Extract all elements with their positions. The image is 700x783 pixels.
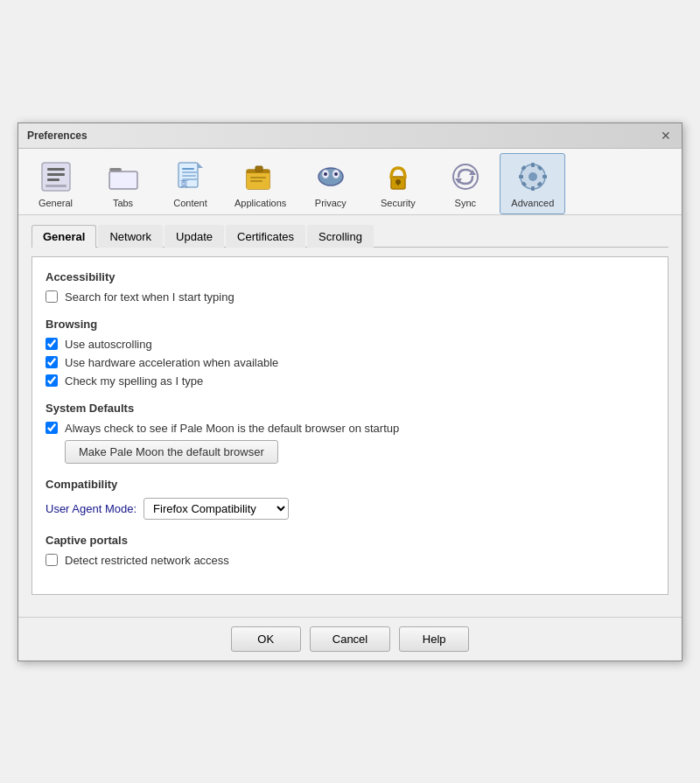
toolbar-label-security: Security — [381, 198, 416, 208]
toolbar-label-content: Content — [173, 198, 207, 208]
svg-rect-3 — [47, 178, 60, 181]
preferences-window: Preferences ✕ General — [18, 122, 682, 661]
content-icon: 页 — [173, 159, 208, 194]
search-text-label[interactable]: Search for text when I start typing — [65, 290, 234, 304]
compatibility-section: Compatibility User Agent Mode: Firefox C… — [46, 478, 654, 520]
captive-portals-title: Captive portals — [46, 534, 654, 547]
hardware-accel-checkbox[interactable] — [46, 356, 58, 368]
svg-point-25 — [334, 172, 338, 176]
browsing-section: Browsing Use autoscrolling Use hardware … — [46, 318, 654, 388]
svg-point-33 — [528, 172, 537, 181]
svg-point-21 — [318, 168, 343, 185]
browsing-title: Browsing — [46, 318, 654, 331]
toolbar-item-content[interactable]: 页 Content — [158, 153, 223, 214]
svg-rect-19 — [250, 177, 266, 178]
svg-point-29 — [453, 164, 478, 189]
toolbar-item-general[interactable]: General — [23, 153, 88, 214]
toolbar: General Tabs 页 — [18, 149, 682, 215]
title-bar: Preferences ✕ — [18, 123, 682, 149]
search-text-row: Search for text when I start typing — [46, 290, 654, 304]
footer: OK Cancel Help — [18, 617, 682, 661]
detect-restricted-label[interactable]: Detect restricted network access — [65, 554, 229, 567]
toolbar-label-applications: Applications — [234, 198, 286, 208]
hardware-accel-row: Use hardware acceleration when available — [46, 356, 654, 369]
svg-rect-11 — [182, 171, 198, 173]
svg-rect-34 — [531, 163, 535, 167]
svg-rect-1 — [47, 168, 65, 171]
svg-rect-35 — [531, 186, 535, 191]
user-agent-row: User Agent Mode: Firefox Compatibility P… — [46, 498, 654, 520]
toolbar-label-advanced: Advanced — [511, 198, 554, 208]
make-default-button[interactable]: Make Pale Moon the default browser — [65, 440, 278, 464]
svg-rect-37 — [542, 175, 547, 178]
spell-check-checkbox[interactable] — [46, 374, 58, 387]
accessibility-section: Accessibility Search for text when I sta… — [46, 270, 654, 304]
captive-portals-section: Captive portals Detect restricted networ… — [46, 534, 654, 567]
hardware-accel-label[interactable]: Use hardware acceleration when available — [65, 356, 278, 369]
svg-rect-4 — [46, 185, 66, 187]
toolbar-label-general: General — [38, 198, 73, 208]
spell-check-label[interactable]: Check my spelling as I type — [65, 374, 203, 388]
applications-icon — [243, 159, 278, 194]
cancel-button[interactable]: Cancel — [310, 626, 390, 652]
default-browser-check-label[interactable]: Always check to see if Pale Moon is the … — [65, 422, 399, 435]
toolbar-item-sync[interactable]: Sync — [432, 153, 498, 214]
toolbar-item-security[interactable]: Security — [365, 153, 430, 214]
settings-panel: Accessibility Search for text when I sta… — [32, 256, 668, 595]
autoscrolling-checkbox[interactable] — [46, 338, 58, 350]
tabs-row: General Network Update Certificates Scro… — [32, 224, 668, 248]
default-browser-check-row: Always check to see if Pale Moon is the … — [46, 422, 654, 435]
sync-icon — [448, 159, 483, 194]
svg-rect-7 — [110, 172, 136, 188]
tab-network[interactable]: Network — [98, 225, 163, 248]
toolbar-item-advanced[interactable]: Advanced — [500, 153, 565, 214]
svg-rect-2 — [47, 173, 65, 176]
general-icon — [38, 159, 74, 194]
tab-update[interactable]: Update — [164, 225, 224, 248]
default-browser-check-checkbox[interactable] — [46, 422, 58, 434]
make-default-button-row: Make Pale Moon the default browser — [65, 440, 654, 464]
detect-restricted-checkbox[interactable] — [46, 554, 58, 566]
search-text-checkbox[interactable] — [46, 290, 58, 303]
advanced-icon — [515, 159, 550, 194]
tabs-icon — [106, 159, 141, 194]
close-button[interactable]: ✕ — [659, 129, 673, 143]
tab-scrolling[interactable]: Scrolling — [307, 225, 374, 248]
help-button[interactable]: Help — [399, 626, 469, 652]
ok-button[interactable]: OK — [231, 626, 301, 652]
toolbar-label-tabs: Tabs — [113, 198, 133, 208]
tab-general[interactable]: General — [32, 225, 96, 248]
window-title: Preferences — [27, 129, 88, 142]
svg-rect-12 — [182, 175, 196, 177]
svg-rect-28 — [397, 182, 399, 185]
user-agent-label: User Agent Mode: — [46, 502, 136, 515]
svg-text:页: 页 — [180, 179, 188, 188]
toolbar-item-applications[interactable]: Applications — [225, 153, 296, 214]
security-icon — [381, 159, 416, 194]
content-area: General Network Update Certificates Scro… — [18, 215, 682, 617]
accessibility-title: Accessibility — [46, 270, 654, 283]
system-defaults-section: System Defaults Always check to see if P… — [46, 402, 654, 464]
toolbar-label-sync: Sync — [455, 198, 476, 208]
toolbar-label-privacy: Privacy — [315, 198, 346, 208]
detect-restricted-row: Detect restricted network access — [46, 554, 654, 567]
autoscrolling-label[interactable]: Use autoscrolling — [65, 338, 152, 351]
toolbar-item-privacy[interactable]: Privacy — [298, 153, 363, 214]
tab-certificates[interactable]: Certificates — [226, 225, 305, 248]
spell-check-row: Check my spelling as I type — [46, 374, 654, 388]
compatibility-title: Compatibility — [46, 478, 654, 491]
autoscrolling-row: Use autoscrolling — [46, 338, 654, 351]
svg-rect-18 — [256, 166, 262, 171]
svg-rect-36 — [519, 175, 523, 178]
user-agent-dropdown[interactable]: Firefox Compatibility Pale Moon Internet… — [144, 498, 289, 520]
system-defaults-title: System Defaults — [46, 402, 654, 415]
toolbar-item-tabs[interactable]: Tabs — [90, 153, 156, 214]
svg-rect-10 — [182, 168, 194, 170]
svg-rect-20 — [250, 180, 262, 182]
svg-marker-9 — [198, 163, 203, 168]
privacy-icon — [313, 159, 348, 194]
svg-point-24 — [324, 172, 327, 176]
